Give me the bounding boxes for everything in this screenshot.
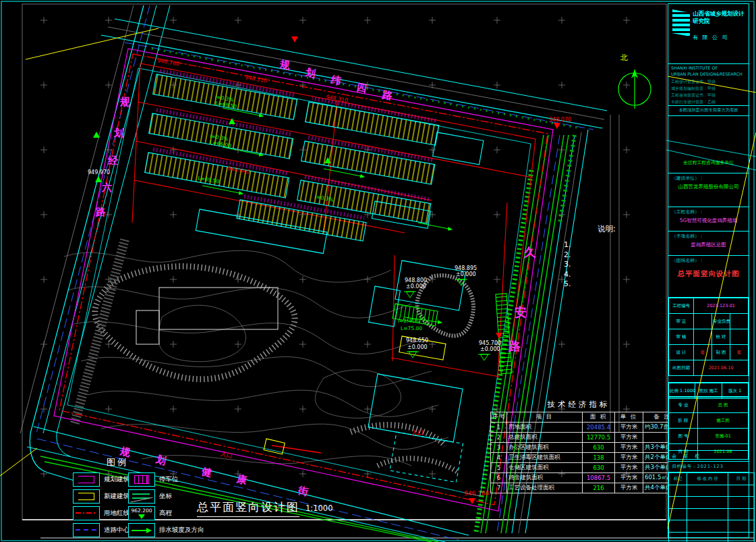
spot-elevation-marker — [480, 354, 488, 360]
indicator-value: 12770.5 — [583, 433, 615, 443]
sheetname-label: （图纸名称）： — [672, 257, 749, 264]
centerline-symbol — [73, 523, 100, 537]
drawing-label: 945.700 — [479, 341, 501, 346]
project-label: （工程名称）： — [672, 209, 749, 215]
legend-item: 规划建筑 — [73, 472, 129, 487]
indicators-title: 技术经济指标 — [490, 400, 667, 410]
red-elevation-marker — [496, 333, 502, 339]
title-field-cell: 校 对 — [712, 329, 730, 345]
archive-number: 归档编号：2021-123 — [672, 464, 749, 470]
note-number: 3. — [564, 260, 571, 269]
certificate-line: 工程咨询资质证书：甲级 — [671, 92, 746, 98]
building — [301, 135, 436, 184]
indicator-row: 7工艺设备处理面积216平方米共4个单体 — [491, 483, 682, 493]
building — [390, 432, 463, 482]
indicator-item: 办公区建筑面积 — [507, 443, 583, 453]
note-number: 4. — [564, 270, 571, 279]
revision-cell — [687, 520, 728, 533]
company-name-en-2: URBAN PLAN DESIGN&RESEARCH — [671, 72, 746, 78]
drawing-label: 路 — [96, 207, 106, 217]
red-elevation-marker — [469, 498, 475, 504]
revision-cell — [687, 532, 728, 542]
indicator-row: 4卫生消毒区建筑面积138平方米共2个单体 — [491, 453, 682, 463]
spot-elevation-marker — [457, 279, 465, 286]
drawing-label: 948.070 — [549, 117, 571, 123]
revision-cell — [669, 520, 687, 533]
certificate-line: 市政行业设计资质：乙级 — [671, 99, 746, 105]
building — [136, 310, 159, 344]
elev-symbol: 962.200 — [128, 506, 155, 520]
revision-cell — [669, 497, 687, 509]
legend-item-label: 用地红线 — [104, 509, 129, 518]
legend-title: 图例 — [107, 456, 128, 468]
drawing-label: 948.650 — [406, 338, 428, 344]
legend-item-label: 停车位 — [159, 475, 179, 484]
indicator-unit: 平方米 — [615, 453, 643, 463]
note-number: 2. — [564, 250, 571, 259]
newb-symbol — [73, 489, 100, 504]
revision-cell — [728, 497, 755, 509]
title-field-cell: 审 定 — [669, 314, 694, 329]
legend-item: 用地红线 — [73, 506, 129, 520]
indicator-value: 630 — [583, 443, 615, 453]
legend-item-label: 高程 — [159, 509, 172, 518]
building — [153, 68, 299, 119]
indicator-value: 216 — [583, 483, 615, 493]
drawing-label: 规 — [279, 59, 290, 71]
revision-cell — [728, 520, 755, 533]
sheet-title-scale: 1:1000 — [306, 504, 332, 513]
drawing-label: 948.895 — [455, 266, 477, 271]
revision-cell — [687, 508, 728, 520]
revision-cell — [669, 532, 687, 542]
indicator-no: 5 — [491, 463, 507, 473]
indicator-unit: 平方米 — [615, 423, 643, 433]
title-field-cell: 2021.06.10 — [694, 360, 749, 376]
drawing-label: 规 — [120, 97, 130, 107]
drawing-label: ±0.000 — [406, 284, 426, 290]
indicator-item: 鸡舍建筑面积 — [507, 473, 583, 483]
drawing-label: ±0.000 — [480, 347, 500, 352]
drawing-label: 948.510 — [245, 75, 268, 84]
cad-sheet: { "sheet": { "main_title": "总平面竖向设计图", "… — [0, 0, 756, 542]
green-elevation-marker — [95, 176, 102, 182]
drawing-label: 安 — [515, 306, 527, 319]
client-name: 山西晋龙养殖股份有限公司 — [668, 184, 749, 190]
revision-cell — [728, 508, 755, 520]
drawing-label: 经 — [108, 156, 118, 166]
indicator-item: 卫生消毒区建筑面积 — [507, 453, 583, 463]
info-field-label: 专 业 — [669, 398, 698, 413]
info-field-row: 专 业总 图 — [669, 398, 749, 413]
revision-row — [669, 532, 755, 542]
info-field-row: 阶 段施工图 — [669, 413, 749, 429]
road-north — [101, 19, 607, 130]
drawing-label: L=69.50 — [198, 175, 220, 184]
spot-elevation-marker — [406, 292, 414, 298]
indicator-unit: 平方米 — [615, 463, 643, 473]
drawing-label: 路 — [381, 90, 392, 101]
title-field-cell: 签 — [694, 345, 712, 360]
revision-table: 标记修 改 内 容日 期 — [668, 472, 755, 542]
drawing-label: ±0.000 — [407, 345, 428, 350]
drawing-label: 四 — [355, 82, 367, 94]
indicator-value: 10867.5 — [583, 473, 615, 483]
indicator-item: 工艺设备处理面积 — [507, 483, 583, 493]
indicator-col-header: 面 积 — [583, 412, 615, 423]
indicator-unit: 平方米 — [615, 483, 643, 493]
drawing-label: 路 — [508, 340, 521, 352]
project-name: 5G智慧可视化蛋鸡养殖场 — [668, 217, 749, 224]
building — [496, 294, 512, 374]
indicator-value: 138 — [583, 453, 615, 463]
title-field-row: 审 核校 对 — [669, 329, 749, 345]
drawing-label: 948.310 — [326, 94, 349, 104]
company-name-suffix: 有 限 公 司 — [693, 34, 729, 41]
indicator-row: 2总建筑面积12770.5平方米 — [491, 433, 682, 443]
company-logo-icon — [672, 9, 690, 36]
indicator-col-header: 单 位 — [615, 412, 643, 423]
drawing-label: L=75.00 — [401, 326, 422, 331]
drainage-arrows — [202, 108, 452, 323]
sheetname-value: 总平面竖向设计图 — [668, 269, 749, 279]
building — [149, 107, 295, 159]
title-field-cell: 设 计 — [669, 345, 694, 360]
indicator-unit: 平方米 — [615, 443, 643, 453]
revision-cell — [669, 485, 687, 497]
